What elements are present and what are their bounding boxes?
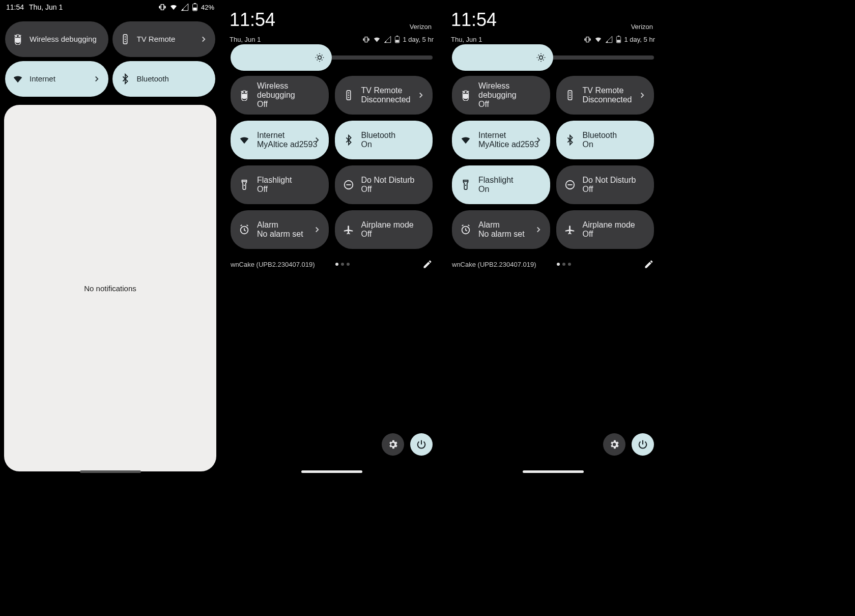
signal-icon xyxy=(181,3,189,11)
clock: 11:54 xyxy=(451,9,497,31)
svg-point-18 xyxy=(348,92,349,93)
tile-internet[interactable]: InternetMyAltice ad2593 xyxy=(452,121,550,159)
tile-label: Internet xyxy=(478,131,538,140)
qs-header: 11:54 Verizon Thu, Jun 1 1 day, 5 hr xyxy=(443,0,663,46)
tile-wireless-debugging[interactable]: Wireless debuggingOff xyxy=(231,76,329,115)
svg-rect-16 xyxy=(242,94,247,99)
tile-sublabel: MyAltice ad2593 xyxy=(257,140,317,149)
status-date: Thu, Jun 1 xyxy=(29,3,63,11)
pager-dots[interactable] xyxy=(335,263,350,266)
battery-estimate: 1 day, 5 hr xyxy=(403,36,434,43)
remote-icon xyxy=(564,90,576,101)
tile-label: Flashlight xyxy=(478,176,513,185)
svg-rect-30 xyxy=(463,94,469,99)
tile-bluetooth[interactable]: BluetoothOn xyxy=(335,121,433,159)
quick-settings-expanded-a: 11:54 Verizon Thu, Jun 1 1 day, 5 hr Wir… xyxy=(221,0,442,476)
brightness-slider[interactable] xyxy=(231,55,433,60)
svg-point-4 xyxy=(19,36,20,37)
tile-label: Airplane mode xyxy=(361,220,414,230)
tile-airplane-mode[interactable]: Airplane modeOff xyxy=(556,210,654,249)
power-button[interactable] xyxy=(632,433,654,456)
tile-wireless-debugging[interactable]: Wireless debugging xyxy=(5,21,108,57)
edit-tiles-button[interactable] xyxy=(644,259,654,269)
pager-dots[interactable] xyxy=(557,263,571,266)
nav-handle[interactable] xyxy=(523,470,584,473)
tile-internet[interactable]: InternetMyAltice ad2593 xyxy=(231,121,329,159)
tile-airplane-mode[interactable]: Airplane modeOff xyxy=(335,210,433,249)
svg-point-32 xyxy=(569,92,570,93)
svg-rect-12 xyxy=(395,40,399,42)
notification-panel[interactable]: No notifications xyxy=(4,105,216,471)
nav-handle[interactable] xyxy=(80,470,141,473)
chevron-right-icon xyxy=(638,91,647,100)
battery-icon xyxy=(616,36,621,43)
tile-label: Wireless debugging xyxy=(30,35,101,44)
tile-bluetooth[interactable]: BluetoothOn xyxy=(556,121,654,159)
tile-sublabel: Off xyxy=(583,185,636,194)
tile-label: Do Not Disturb xyxy=(583,176,636,185)
tile-tv-remote[interactable]: TV RemoteDisconnected xyxy=(556,76,654,115)
chevron-right-icon xyxy=(312,135,322,145)
tile-label: Wireless debugging xyxy=(257,81,321,100)
vibrate-icon xyxy=(584,36,591,43)
wifi-icon xyxy=(460,134,471,146)
tile-alarm[interactable]: AlarmNo alarm set xyxy=(452,210,550,249)
status-bar: 11:54 Thu, Jun 1 42% xyxy=(0,0,220,13)
svg-point-27 xyxy=(539,56,543,60)
tile-label: Flashlight xyxy=(257,176,292,185)
tile-sublabel: On xyxy=(361,140,396,149)
tile-sublabel: On xyxy=(583,140,617,149)
adb-icon xyxy=(239,90,250,101)
tile-do-not-disturb[interactable]: Do Not DisturbOff xyxy=(556,165,654,204)
vibrate-icon xyxy=(362,36,370,43)
carrier-label: Verizon xyxy=(410,23,432,31)
svg-point-9 xyxy=(124,41,125,42)
alarm-icon xyxy=(239,224,250,235)
svg-rect-26 xyxy=(617,40,620,42)
edit-tiles-button[interactable] xyxy=(422,259,433,269)
tile-sublabel: Off xyxy=(257,100,321,109)
tile-label: Alarm xyxy=(257,220,303,230)
tile-flashlight[interactable]: FlashlightOff xyxy=(231,165,329,204)
brightness-icon xyxy=(315,52,325,63)
svg-point-7 xyxy=(124,36,125,37)
tile-alarm[interactable]: AlarmNo alarm set xyxy=(231,210,329,249)
nav-handle[interactable] xyxy=(301,470,362,473)
svg-point-14 xyxy=(242,92,243,93)
tile-sublabel: Off xyxy=(478,100,542,109)
tile-tv-remote[interactable]: TV Remote xyxy=(112,21,216,57)
svg-rect-2 xyxy=(193,8,196,10)
tile-bluetooth[interactable]: Bluetooth xyxy=(112,61,216,97)
tile-label: Alarm xyxy=(478,220,525,230)
bluetooth-icon xyxy=(564,134,576,146)
tile-wireless-debugging[interactable]: Wireless debuggingOff xyxy=(452,76,550,115)
tile-do-not-disturb[interactable]: Do Not DisturbOff xyxy=(335,165,433,204)
qs-footer: wnCake (UPB2.230407.019) xyxy=(221,254,442,274)
power-button[interactable] xyxy=(410,433,433,456)
tile-sublabel: No alarm set xyxy=(257,230,303,239)
svg-point-13 xyxy=(318,56,321,60)
tile-label: Internet xyxy=(257,131,317,140)
date-label: Thu, Jun 1 xyxy=(230,36,261,43)
settings-button[interactable] xyxy=(603,433,625,456)
wifi-icon xyxy=(373,36,381,43)
tile-sublabel: MyAltice ad2593 xyxy=(478,140,538,149)
remote-icon xyxy=(120,34,131,45)
tile-sublabel: Disconnected xyxy=(583,95,632,104)
tile-flashlight[interactable]: FlashlightOn xyxy=(452,165,550,204)
chevron-right-icon xyxy=(92,74,101,83)
tile-label: TV Remote xyxy=(137,35,209,44)
build-label: wnCake (UPB2.230407.019) xyxy=(231,261,315,268)
svg-point-21 xyxy=(244,185,245,186)
status-time: 11:54 xyxy=(6,3,24,11)
svg-point-8 xyxy=(124,39,125,40)
bluetooth-icon xyxy=(343,134,354,146)
settings-button[interactable] xyxy=(382,433,404,456)
qs-footer: wnCake (UPB2.230407.019) xyxy=(443,254,663,274)
battery-icon xyxy=(394,36,400,43)
svg-rect-1 xyxy=(194,3,196,4)
tile-tv-remote[interactable]: TV RemoteDisconnected xyxy=(335,76,433,115)
tile-internet[interactable]: Internet xyxy=(5,61,108,97)
dnd-icon xyxy=(564,179,576,190)
brightness-slider[interactable] xyxy=(452,55,654,60)
